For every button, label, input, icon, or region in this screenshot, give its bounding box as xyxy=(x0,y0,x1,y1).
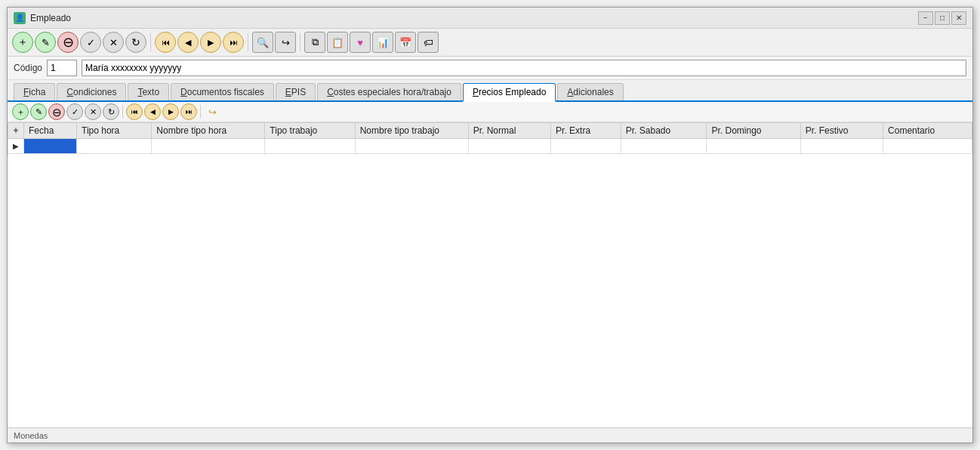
name-input[interactable] xyxy=(82,60,966,76)
main-toolbar: ＋ ✎ ⊖ ✓ ✕ ↻ ⏮ ◀ ▶ ⏭ 🔍 ↪ ⧉ 📋 ♥ 📊 📅 🏷 xyxy=(8,29,972,57)
tab-precios-empleado[interactable]: Precios Empleado xyxy=(463,83,556,102)
sub-edit-button[interactable]: ✎ xyxy=(30,103,47,120)
tab-documentos-fiscales[interactable]: Documentos fiscales xyxy=(171,83,274,100)
cell-nombre-tipo-hora[interactable] xyxy=(152,139,265,154)
goto-button[interactable]: ↪ xyxy=(275,32,296,53)
last-button[interactable]: ⏭ xyxy=(223,32,244,53)
col-pr-festivo-header: Pr. Festivo xyxy=(800,123,883,139)
sub-toolbar: ＋ ✎ ⊖ ✓ ✕ ↻ ⏮ ◀ ▶ ⏭ ↪ xyxy=(8,102,972,122)
codigo-label: Código xyxy=(14,63,42,73)
tab-condiciones[interactable]: Condiciones xyxy=(57,83,126,100)
sub-next-button[interactable]: ▶ xyxy=(162,103,179,120)
col-pr-domingo-header: Pr. Domingo xyxy=(707,123,800,139)
header-bar: Código xyxy=(8,57,972,80)
sub-last-button[interactable]: ⏭ xyxy=(180,103,197,120)
sub-add-button[interactable]: ＋ xyxy=(12,103,29,120)
status-text: Monedas xyxy=(14,431,48,440)
sub-sep1 xyxy=(122,105,123,119)
report-button[interactable]: 📊 xyxy=(372,32,393,53)
minimize-button[interactable]: − xyxy=(918,11,933,25)
row-indicator: ▶ xyxy=(8,139,24,154)
sub-prev-button[interactable]: ◀ xyxy=(144,103,161,120)
sub-sep2 xyxy=(200,105,201,119)
first-button[interactable]: ⏮ xyxy=(155,32,176,53)
cell-pr-extra[interactable] xyxy=(551,139,621,154)
col-nombre-tipo-trabajo-header: Nombre tipo trabajo xyxy=(355,123,468,139)
grid-container: + Fecha Tipo hora Nombre tipo hora Tipo … xyxy=(8,122,972,427)
cancel-button[interactable]: ✕ xyxy=(103,32,124,53)
tab-adicionales[interactable]: Adicionales xyxy=(557,83,623,100)
sep3 xyxy=(300,33,300,51)
maximize-button[interactable]: □ xyxy=(935,11,950,25)
col-tipo-trabajo-header: Tipo trabajo xyxy=(265,123,355,139)
col-pr-normal-header: Pr. Normal xyxy=(468,123,550,139)
sub-delete-button[interactable]: ⊖ xyxy=(48,103,65,120)
tab-costes-especiales[interactable]: Costes especiales hora/trabajo xyxy=(317,83,461,100)
status-bar: Monedas xyxy=(8,427,972,442)
title-bar: 👤 Empleado − □ ✕ xyxy=(8,8,972,29)
cell-nombre-tipo-trabajo[interactable] xyxy=(355,139,468,154)
col-plus-header: + xyxy=(8,123,24,139)
main-window: 👤 Empleado − □ ✕ ＋ ✎ ⊖ ✓ ✕ ↻ ⏮ ◀ ▶ ⏭ 🔍 ↪… xyxy=(7,7,973,443)
col-comentario-header: Comentario xyxy=(883,123,972,139)
sub-arrow-button[interactable]: ↪ xyxy=(204,103,220,120)
heart-button[interactable]: ♥ xyxy=(350,32,371,53)
cell-comentario[interactable] xyxy=(883,139,972,154)
col-fecha-header: Fecha xyxy=(24,123,77,139)
cell-pr-domingo[interactable] xyxy=(707,139,800,154)
confirm-button[interactable]: ✓ xyxy=(80,32,101,53)
sub-first-button[interactable]: ⏮ xyxy=(126,103,143,120)
sep1 xyxy=(150,33,151,51)
delete-button[interactable]: ⊖ xyxy=(57,32,79,53)
paste-button[interactable]: 📋 xyxy=(327,32,348,53)
edit-button[interactable]: ✎ xyxy=(35,32,56,53)
cell-tipo-trabajo[interactable] xyxy=(265,139,355,154)
col-pr-sabado-header: Pr. Sabado xyxy=(621,123,707,139)
cell-pr-sabado[interactable] xyxy=(621,139,707,154)
table-row[interactable]: ▶ xyxy=(8,139,972,154)
col-pr-extra-header: Pr. Extra xyxy=(551,123,621,139)
refresh-button[interactable]: ↻ xyxy=(125,32,146,53)
search-button[interactable]: 🔍 xyxy=(252,32,273,53)
calendar-button[interactable]: 📅 xyxy=(395,32,416,53)
codigo-input[interactable] xyxy=(47,60,77,76)
cell-pr-normal[interactable] xyxy=(468,139,550,154)
app-icon: 👤 xyxy=(14,12,26,24)
sub-refresh-button[interactable]: ↻ xyxy=(103,103,119,120)
cell-tipo-hora[interactable] xyxy=(77,139,152,154)
copy-button[interactable]: ⧉ xyxy=(304,32,325,53)
sep2 xyxy=(248,33,248,51)
cell-pr-festivo[interactable] xyxy=(800,139,883,154)
next-button[interactable]: ▶ xyxy=(200,32,221,53)
col-nombre-tipo-hora-header: Nombre tipo hora xyxy=(152,123,265,139)
window-controls: − □ ✕ xyxy=(918,11,966,25)
close-button[interactable]: ✕ xyxy=(951,11,966,25)
prev-button[interactable]: ◀ xyxy=(177,32,199,53)
tag-button[interactable]: 🏷 xyxy=(418,32,439,53)
tab-texto[interactable]: Texto xyxy=(128,83,169,100)
tab-ficha[interactable]: Ficha xyxy=(14,83,55,100)
add-button[interactable]: ＋ xyxy=(12,32,33,53)
tabs-bar: Ficha Condiciones Texto Documentos fisca… xyxy=(8,80,972,102)
data-table: + Fecha Tipo hora Nombre tipo hora Tipo … xyxy=(8,122,972,154)
cell-fecha[interactable] xyxy=(24,139,77,154)
table-header-row: + Fecha Tipo hora Nombre tipo hora Tipo … xyxy=(8,123,972,139)
col-tipo-hora-header: Tipo hora xyxy=(77,123,152,139)
sub-cancel-button[interactable]: ✕ xyxy=(85,103,101,120)
window-title: Empleado xyxy=(30,13,918,23)
tab-epis[interactable]: EPIS xyxy=(276,83,316,100)
sub-confirm-button[interactable]: ✓ xyxy=(66,103,83,120)
